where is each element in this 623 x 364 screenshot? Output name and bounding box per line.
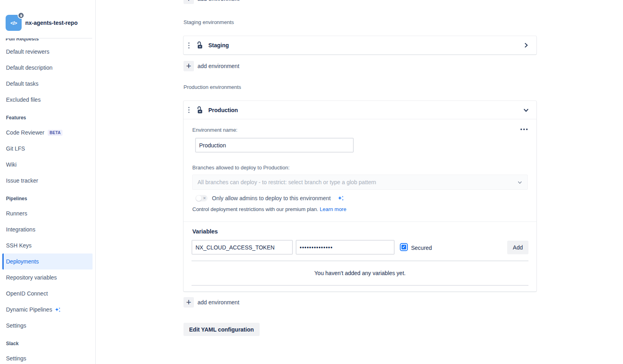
- admin-deploy-toggle-label: Only allow admins to deploy to this envi…: [212, 195, 331, 201]
- environment-name-input[interactable]: [195, 138, 354, 153]
- unlock-icon: [195, 41, 203, 49]
- sidebar-item-default-reviewers[interactable]: Default reviewers: [0, 44, 93, 60]
- chevron-right-icon[interactable]: [523, 42, 529, 48]
- variables-heading: Variables: [192, 228, 218, 235]
- chevron-down-icon[interactable]: [523, 107, 529, 113]
- sidebar-item-default-description[interactable]: Default description: [0, 60, 93, 76]
- add-environment-label: add environment: [198, 0, 239, 2]
- ai-sparkle-icon: [54, 307, 61, 313]
- add-environment-label: add environment: [198, 299, 239, 306]
- add-environment-button-staging[interactable]: + add environment: [183, 61, 239, 71]
- sidebar-item-excluded-files[interactable]: Excluded files: [0, 92, 93, 108]
- add-variable-button[interactable]: Add: [507, 241, 528, 254]
- sidebar-item-dynamic-pipelines[interactable]: Dynamic Pipelines: [0, 302, 93, 318]
- edit-yaml-configuration-button[interactable]: Edit YAML configuration: [183, 323, 260, 336]
- drag-handle-icon[interactable]: [188, 41, 190, 50]
- production-environments-label: Production environments: [183, 84, 241, 90]
- sidebar-section-slack: Slack: [0, 334, 93, 350]
- plus-icon: +: [183, 61, 194, 71]
- staging-environments-label: Staging environments: [183, 19, 234, 25]
- repo-header[interactable]: </> nx-agents-test-repo: [6, 15, 78, 31]
- admin-deploy-toggle[interactable]: ✕: [196, 195, 208, 201]
- learn-more-link[interactable]: Learn more: [320, 206, 346, 212]
- variable-name-input[interactable]: [192, 240, 293, 255]
- sidebar-item-slack-settings[interactable]: Settings: [0, 350, 93, 364]
- repo-avatar[interactable]: </>: [6, 15, 22, 31]
- branches-select-placeholder: All branches can deploy - to restrict: s…: [198, 179, 517, 185]
- admin-deploy-toggle-row: ✕ Only allow admins to deploy to this en…: [196, 195, 345, 201]
- sidebar-item-repository-variables[interactable]: Repository variables: [0, 269, 93, 286]
- production-card-header[interactable]: Production: [183, 101, 536, 119]
- sidebar-item-default-tasks[interactable]: Default tasks: [0, 76, 93, 92]
- staging-card-title: Staging: [208, 42, 229, 48]
- sidebar-item-ssh-keys[interactable]: SSH Keys: [0, 237, 93, 253]
- environment-name-label: Environment name:: [192, 127, 238, 133]
- sidebar-item-wiki[interactable]: Wiki: [0, 157, 93, 173]
- production-card-title: Production: [208, 107, 238, 113]
- staging-card-header[interactable]: Staging: [183, 36, 536, 54]
- variables-list-divider-bottom: [192, 285, 528, 286]
- sidebar-item-git-lfs[interactable]: Git LFS: [0, 141, 93, 157]
- sidebar-item-pipelines-settings[interactable]: Settings: [0, 318, 93, 334]
- sidebar-item-issue-tracker[interactable]: Issue tracker: [0, 173, 93, 189]
- sidebar-section-features: Features: [0, 108, 93, 125]
- plus-icon: +: [183, 297, 194, 308]
- branches-allowed-label: Branches allowed to deploy to Production…: [192, 165, 290, 171]
- sidebar-nav: Default reviewers Default description De…: [0, 44, 93, 364]
- private-lock-badge: [18, 12, 24, 19]
- sidebar-item-runners[interactable]: Runners: [0, 205, 93, 221]
- add-environment-label: add environment: [198, 63, 239, 69]
- sidebar-item-deployments[interactable]: Deployments: [2, 253, 93, 269]
- branches-select[interactable]: All branches can deploy - to restrict: s…: [192, 175, 528, 190]
- chevron-down-icon: [517, 180, 522, 185]
- premium-plan-note: Control deployment restrictions with our…: [192, 206, 346, 212]
- toggle-off-cross-icon: ✕: [203, 196, 206, 200]
- add-environment-button-top[interactable]: + add environment: [183, 0, 239, 4]
- variables-list-divider-top: [192, 261, 528, 261]
- staging-environment-card: Staging: [183, 36, 536, 54]
- sidebar-item-integrations[interactable]: Integrations: [0, 221, 93, 237]
- sidebar-item-code-reviewer[interactable]: Code Reviewer BETA: [0, 125, 93, 141]
- variables-section-divider: [183, 221, 536, 222]
- deployments-settings-page: + add environment Staging environments S…: [96, 0, 623, 364]
- empty-variables-message: You haven't added any variables yet.: [183, 270, 536, 276]
- drag-handle-icon[interactable]: [188, 105, 190, 115]
- repo-name: nx-agents-test-repo: [25, 20, 78, 26]
- more-actions-icon[interactable]: [520, 129, 528, 130]
- plus-icon: +: [183, 0, 194, 4]
- premium-plan-text: Control deployment restrictions with our…: [192, 206, 318, 212]
- lock-icon: [20, 14, 23, 17]
- section-pull-requests: Pull Requests: [6, 38, 39, 42]
- production-environment-card: Production Environment name: Branches al…: [183, 101, 536, 292]
- secured-checkbox-label: Secured: [411, 245, 432, 251]
- variable-value-input[interactable]: [296, 240, 395, 255]
- ai-sparkle-icon: [337, 195, 345, 201]
- sidebar-section-pipelines: Pipelines: [0, 189, 93, 205]
- beta-badge: BETA: [48, 130, 63, 136]
- check-icon: ✓: [401, 245, 406, 249]
- secured-checkbox[interactable]: ✓: [400, 243, 408, 251]
- unlock-icon: [195, 106, 203, 114]
- toggle-knob: [196, 195, 202, 201]
- settings-sidebar: </> nx-agents-test-repo Pull Requests De…: [0, 0, 96, 364]
- sidebar-item-openid-connect[interactable]: OpenID Connect: [0, 286, 93, 302]
- add-environment-button-production[interactable]: + add environment: [183, 297, 239, 308]
- code-icon: </>: [10, 20, 17, 26]
